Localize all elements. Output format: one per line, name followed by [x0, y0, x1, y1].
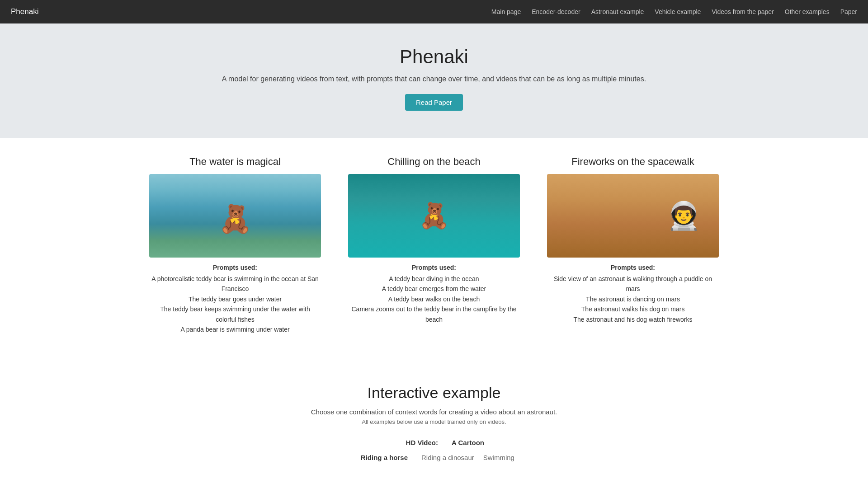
nav-link-videos[interactable]: Videos from the paper — [712, 8, 774, 15]
nav-brand: Phenaki — [11, 7, 38, 16]
example-card-3-prompt-2: The astronaut is dancing on mars — [547, 294, 719, 304]
examples-section: The water is magical Prompts used: A pho… — [0, 138, 868, 361]
example-card-3-prompt-4: The astronaut and his dog watch firework… — [547, 314, 719, 324]
row2-option-dinosaur[interactable]: Riding a dinosaur — [421, 454, 474, 461]
example-card-1-prompt-4: A panda bear is swimming under water — [149, 324, 321, 334]
example-card-1-prompt-3: The teddy bear keeps swimming under the … — [149, 304, 321, 324]
interactive-title: Interactive example — [9, 384, 859, 402]
example-card-2-prompts-label: Prompts used: — [348, 264, 520, 271]
example-card-3: Fireworks on the spacewalk Prompts used:… — [547, 156, 719, 334]
example-card-2-prompt-2: A teddy bear emerges from the water — [348, 284, 520, 294]
example-card-2-prompt-4: Camera zooms out to the teddy bear in th… — [348, 304, 520, 324]
nav-link-main[interactable]: Main page — [491, 8, 521, 15]
interactive-section: Interactive example Choose one combinati… — [0, 361, 868, 479]
example-card-1-prompt-1: A photorealistic teddy bear is swimming … — [149, 274, 321, 294]
nav-link-astronaut[interactable]: Astronaut example — [591, 8, 644, 15]
example-card-1-video[interactable] — [149, 174, 321, 258]
row2-option-swimming[interactable]: Swimming — [483, 454, 514, 461]
interactive-controls: HD Video: A Cartoon Riding a horse Ridin… — [9, 439, 859, 461]
hd-options: A Cartoon — [452, 439, 484, 446]
hero-title: Phenaki — [9, 46, 859, 68]
example-card-1-prompt-2: The teddy bear goes under water — [149, 294, 321, 304]
hero-section: Phenaki A model for generating videos fr… — [0, 23, 868, 138]
example-card-2-prompt-1: A teddy bear diving in the ocean — [348, 274, 520, 284]
hd-option-cartoon[interactable]: A Cartoon — [452, 439, 484, 446]
nav-links: Main page Encoder-decoder Astronaut exam… — [491, 8, 857, 15]
example-card-1-title: The water is magical — [149, 156, 321, 168]
examples-grid: The water is magical Prompts used: A pho… — [27, 156, 841, 334]
example-card-3-prompts-label: Prompts used: — [547, 264, 719, 271]
nav-link-other[interactable]: Other examples — [785, 8, 830, 15]
nav-link-encoder[interactable]: Encoder-decoder — [532, 8, 580, 15]
hero-subtitle: A model for generating videos from text,… — [9, 75, 859, 83]
example-card-1: The water is magical Prompts used: A pho… — [149, 156, 321, 334]
read-paper-button[interactable]: Read Paper — [405, 94, 463, 111]
interactive-note: All examples below use a model trained o… — [9, 418, 859, 425]
example-card-2-prompt-3: A teddy bear walks on the beach — [348, 294, 520, 304]
example-card-2-video[interactable] — [348, 174, 520, 258]
example-card-3-video[interactable] — [547, 174, 719, 258]
nav-link-paper[interactable]: Paper — [840, 8, 857, 15]
example-card-3-prompt-1: Side view of an astronaut is walking thr… — [547, 274, 719, 294]
hd-label: HD Video: — [384, 439, 438, 446]
control-row-2: Riding a horse Riding a dinosaur Swimmin… — [354, 454, 514, 461]
control-row-hd: HD Video: A Cartoon — [384, 439, 484, 446]
interactive-subtitle: Choose one combination of context words … — [9, 408, 859, 416]
example-card-3-title: Fireworks on the spacewalk — [547, 156, 719, 168]
navbar: Phenaki Main page Encoder-decoder Astron… — [0, 0, 868, 23]
example-card-3-prompt-3: The astronaut walks his dog on mars — [547, 304, 719, 314]
row2-label: Riding a horse — [354, 454, 408, 461]
example-card-1-prompts-label: Prompts used: — [149, 264, 321, 271]
example-card-2: Chilling on the beach Prompts used: A te… — [348, 156, 520, 334]
example-card-2-title: Chilling on the beach — [348, 156, 520, 168]
nav-link-vehicle[interactable]: Vehicle example — [655, 8, 701, 15]
row2-options: Riding a dinosaur Swimming — [421, 454, 514, 461]
